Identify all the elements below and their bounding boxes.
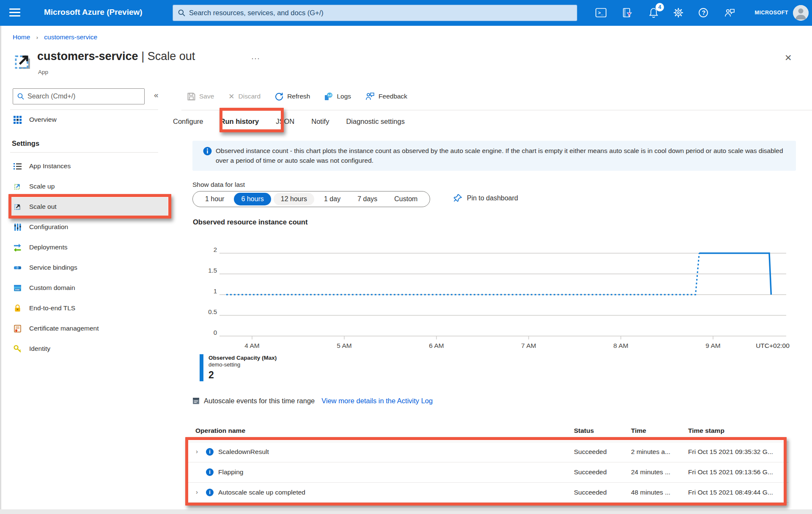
overview-grid-icon (14, 116, 22, 124)
scale-out-resource-icon (13, 52, 33, 72)
tab-configure[interactable]: Configure (173, 118, 203, 126)
window-left-edge (0, 26, 1, 514)
expand-chevron-icon[interactable]: › (196, 488, 198, 495)
time-stamp-cell: Fri Oct 15 2021 09:35:32 G... (688, 448, 773, 456)
avatar[interactable] (793, 5, 809, 21)
svg-text:>_: >_ (598, 10, 604, 15)
table-row[interactable]: › i ScaledownResult Succeeded 2 minutes … (186, 442, 789, 462)
tab-json[interactable]: JSON (276, 118, 294, 126)
deployments-arrows-icon (14, 243, 22, 252)
sidebar-item-label: Scale up (29, 183, 55, 190)
sidebar-item-app-instances[interactable]: App Instances (10, 157, 150, 175)
notification-count-badge: 4 (656, 3, 664, 11)
table-row[interactable]: › i Autoscale scale up completed Succeed… (186, 482, 789, 503)
logs-button[interactable]: Logs (324, 92, 351, 101)
col-operation-name[interactable]: Operation name (195, 427, 245, 435)
sidebar-item-certificate-management[interactable]: Certificate management (10, 319, 150, 338)
sidebar-item-overview[interactable]: Overview (10, 110, 150, 129)
help-icon[interactable]: ? (696, 5, 710, 20)
service-bindings-handshake-icon (14, 264, 22, 272)
close-blade-icon[interactable]: ✕ (785, 53, 792, 63)
feedback-smiley-icon[interactable] (722, 5, 737, 20)
top-bar: Microsoft Azure (Preview) >_ 4 ? MICROSO… (0, 0, 812, 26)
sidebar-item-scale-up[interactable]: Scale up (10, 177, 150, 196)
range-1-day[interactable]: 1 day (317, 193, 348, 205)
global-search-input[interactable] (189, 9, 557, 17)
tab-diagnostic-settings[interactable]: Diagnostic settings (346, 118, 405, 126)
info-icon: i (206, 448, 214, 456)
sidebar-item-label: Scale out (29, 203, 57, 211)
range-6-hours[interactable]: 6 hours (234, 193, 271, 205)
range-12-hours[interactable]: 12 hours (274, 193, 314, 205)
col-time[interactable]: Time (631, 427, 646, 435)
sidebar-search-input[interactable] (27, 93, 133, 100)
range-custom[interactable]: Custom (387, 193, 425, 205)
status-cell: Succeeded (574, 489, 607, 496)
collapse-sidebar-button[interactable]: « (154, 90, 159, 100)
range-1-hour[interactable]: 1 hour (198, 193, 231, 205)
sidebar-item-custom-domain[interactable]: www Custom domain (10, 279, 150, 297)
save-icon (187, 93, 195, 101)
breadcrumb-current-link[interactable]: customers-service (44, 33, 97, 41)
discard-button[interactable]: ✕ Discard (228, 92, 261, 101)
resource-type-label: App (38, 69, 48, 75)
svg-text:1.5: 1.5 (208, 267, 217, 274)
operation-name-cell: ScaledownResult (218, 448, 269, 456)
legend-setting-name: demo-setting (208, 361, 277, 368)
pin-icon (453, 194, 462, 202)
col-status[interactable]: Status (574, 427, 594, 435)
sidebar-section-settings: Settings (12, 139, 39, 148)
activity-log-link[interactable]: View more details in the Activity Log (321, 397, 433, 405)
svg-text:0.5: 0.5 (208, 308, 217, 315)
sidebar-item-identity[interactable]: Identity (10, 339, 150, 358)
save-button[interactable]: Save (187, 93, 214, 101)
custom-domain-www-icon: www (14, 284, 22, 292)
sidebar-search-box[interactable] (13, 88, 145, 104)
feedback-button[interactable]: Feedback (365, 92, 407, 101)
azure-brand-title[interactable]: Microsoft Azure (Preview) (44, 8, 143, 17)
time-cell: 2 minutes a... (631, 448, 670, 456)
feedback-icon (365, 92, 375, 101)
table-row[interactable]: i Flapping Succeeded 24 minutes ... Fri … (186, 462, 789, 482)
info-icon: i (206, 489, 214, 496)
global-search-box[interactable] (173, 5, 577, 21)
directory-filter-icon[interactable] (620, 5, 634, 20)
sidebar-item-deployments[interactable]: Deployments (10, 238, 150, 257)
sidebar-divider (10, 152, 158, 153)
breadcrumb-home-link[interactable]: Home (13, 33, 30, 41)
notifications-bell-icon[interactable]: 4 (646, 5, 661, 20)
operation-name-cell: Flapping (218, 468, 243, 476)
settings-gear-icon[interactable] (671, 5, 686, 20)
search-icon (17, 93, 24, 100)
more-actions-ellipsis-icon[interactable]: ··· (251, 54, 260, 63)
tab-notify[interactable]: Notify (311, 118, 329, 126)
discard-label: Discard (239, 93, 261, 100)
expand-chevron-icon[interactable]: › (196, 448, 198, 455)
blade-tabs: Configure Run history JSON Notify Diagno… (173, 115, 405, 128)
operation-name-cell: Autoscale scale up completed (218, 489, 305, 496)
show-data-label: Show data for last (192, 181, 245, 189)
sidebar-item-scale-out[interactable]: Scale out (10, 197, 150, 216)
cloud-shell-icon[interactable]: >_ (594, 5, 608, 20)
sidebar-item-configuration[interactable]: Configuration (10, 218, 150, 236)
sidebar-item-service-bindings[interactable]: Service bindings (10, 258, 150, 277)
range-7-days[interactable]: 7 days (350, 193, 384, 205)
app-instances-list-icon (14, 162, 22, 170)
sidebar-item-label: App Instances (29, 162, 71, 170)
hamburger-menu-icon[interactable] (9, 8, 20, 17)
chart-legend[interactable]: Observed Capacity (Max) demo-setting 2 (200, 354, 277, 381)
legend-metric-name: Observed Capacity (Max) (208, 354, 277, 361)
pin-to-dashboard-button[interactable]: Pin to dashboard (453, 194, 518, 202)
refresh-button[interactable]: Refresh (275, 92, 310, 101)
tab-run-history[interactable]: Run history (220, 118, 259, 126)
certificate-icon (14, 325, 22, 333)
svg-text:9 AM: 9 AM (705, 342, 720, 349)
account-directory-label[interactable]: MICROSOFT (755, 10, 789, 16)
activity-log-icon (192, 397, 200, 405)
col-time-stamp[interactable]: Time stamp (688, 427, 724, 435)
time-cell: 24 minutes ... (631, 468, 670, 476)
refresh-icon (275, 92, 283, 101)
page-title: customers-service | Scale out (37, 50, 195, 63)
breadcrumb: Home › customers-service (13, 33, 97, 41)
sidebar-item-end-to-end-tls[interactable]: End-to-end TLS (10, 299, 150, 317)
